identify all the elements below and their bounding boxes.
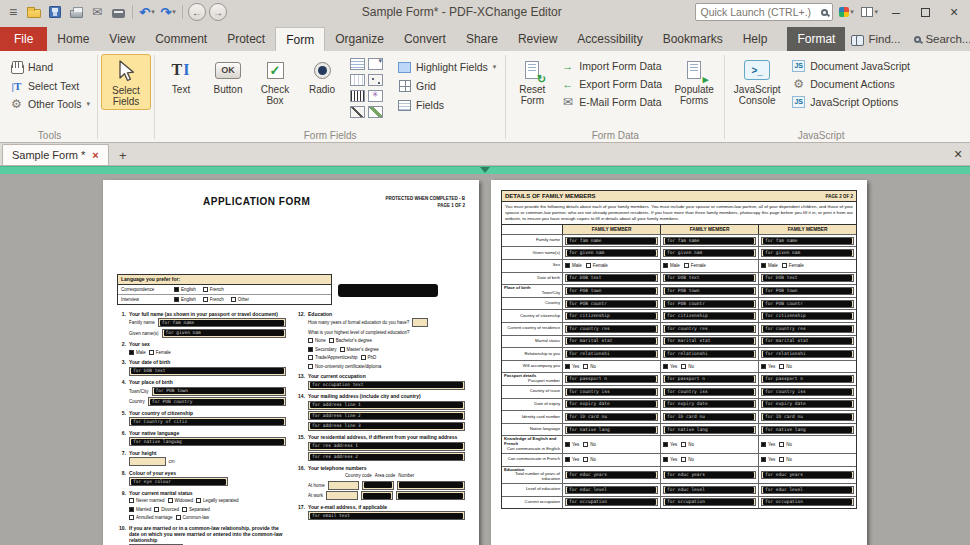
form-field[interactable]: for DOB text — [761, 274, 854, 282]
select-text-button[interactable]: |TSelect Text — [5, 78, 94, 94]
checkbox-option[interactable]: Yes — [663, 442, 677, 447]
import-form-data-button[interactable]: →Import Form Data — [556, 58, 666, 74]
fields-button[interactable]: Fields — [393, 97, 500, 113]
checkbox[interactable] — [182, 507, 187, 512]
form-field-cell[interactable]: YesNo — [660, 361, 758, 373]
print-button[interactable] — [66, 2, 86, 22]
form-field[interactable]: for occupation — [761, 498, 854, 506]
checkbox[interactable] — [782, 263, 787, 268]
nav-forward-button[interactable]: → — [209, 3, 227, 21]
form-field-cell[interactable]: for expiry date — [758, 399, 856, 411]
form-field[interactable]: for given nam — [761, 249, 854, 257]
chevron-down-icon[interactable]: ▾ — [172, 8, 176, 16]
checkbox[interactable] — [565, 364, 570, 369]
form-field-cell[interactable]: for educ level — [758, 484, 856, 496]
form-field-cell[interactable]: YesNo — [562, 436, 660, 452]
checkbox-option[interactable]: Bachelor's degree — [329, 338, 372, 343]
tab-help[interactable]: Help — [733, 27, 778, 51]
tab-convert[interactable]: Convert — [394, 27, 456, 51]
form-field[interactable]: for given nam — [565, 249, 658, 257]
document-actions-button[interactable]: ⚙Document Actions — [787, 76, 914, 92]
form-field-cell[interactable]: for relationshi — [562, 348, 660, 360]
form-field-cell[interactable]: YesNo — [562, 454, 660, 466]
form-field-cell[interactable]: for occupation — [758, 497, 856, 509]
form-field[interactable]: for occupation text — [308, 381, 465, 390]
checkbox-field-button[interactable]: ✓Check Box — [252, 54, 298, 108]
checkbox-option[interactable]: Non-university certificate/diploma — [308, 364, 381, 369]
form-field[interactable]: for educ level — [565, 486, 658, 494]
form-field[interactable]: for POB countr — [761, 300, 854, 308]
form-field[interactable]: for address line 1 — [308, 401, 465, 410]
form-field[interactable]: for occupation — [565, 498, 658, 506]
form-field-cell[interactable]: MaleFemale — [562, 260, 660, 272]
form-field-cell[interactable]: for DOB text — [562, 273, 660, 285]
button-field-button[interactable]: OKButton — [205, 54, 251, 97]
nav-back-button[interactable]: ← — [188, 3, 206, 21]
checkbox[interactable] — [174, 287, 179, 292]
email-button[interactable]: ✉ — [87, 2, 107, 22]
checkbox-option[interactable]: French — [203, 287, 224, 292]
form-field[interactable]: for ID card nu — [761, 413, 854, 421]
form-field-cell[interactable]: for expiry date — [562, 399, 660, 411]
minimize-button[interactable]: – — [883, 2, 909, 22]
checkbox[interactable] — [761, 457, 766, 462]
checkbox[interactable] — [684, 263, 689, 268]
checkbox-option[interactable]: English — [174, 297, 196, 302]
checkbox-option[interactable]: Yes — [565, 442, 579, 447]
form-field-cell[interactable]: for native lang — [660, 424, 758, 436]
tab-accessibility[interactable]: Accessibility — [567, 27, 652, 51]
form-field[interactable]: for res address 2 — [308, 452, 465, 461]
form-field[interactable]: for POB countr — [663, 300, 756, 308]
select-fields-button[interactable]: Select Fields — [101, 54, 151, 110]
document-tab[interactable]: Sample Form * × — [2, 144, 109, 165]
checkbox-option[interactable]: Separated — [182, 507, 210, 512]
tab-format[interactable]: Format — [787, 27, 845, 51]
pdf-page-2[interactable]: DETAILS OF FAMILY MEMBERS PAGE 2 OF 2 Yo… — [491, 180, 867, 545]
form-field-cell[interactable]: for country res — [758, 323, 856, 335]
form-field-cell[interactable]: for country res — [562, 323, 660, 335]
checkbox-option[interactable]: Female — [782, 263, 804, 268]
form-field[interactable]: for POB town — [565, 287, 658, 295]
radio-field-button[interactable]: Radio — [299, 54, 345, 97]
checkbox-option[interactable]: Yes — [761, 457, 775, 462]
form-field-cell[interactable]: for POB countr — [562, 298, 660, 310]
form-field-cell[interactable]: for given nam — [660, 247, 758, 259]
form-field-cell[interactable]: YesNo — [758, 361, 856, 373]
checkbox[interactable] — [779, 457, 784, 462]
checkbox-option[interactable]: Secondary — [308, 347, 337, 352]
form-field[interactable] — [362, 481, 394, 490]
save-button[interactable] — [45, 2, 65, 22]
document-javascript-button[interactable]: JSDocument JavaScript — [787, 58, 914, 74]
date-field-icon[interactable] — [350, 74, 365, 86]
checkbox-option[interactable]: Trade/Apprenticeship — [308, 355, 358, 360]
checkbox[interactable] — [149, 350, 154, 355]
form-field[interactable]: for passport n — [565, 375, 658, 383]
form-field[interactable]: for country iss — [663, 388, 756, 396]
checkbox[interactable] — [761, 263, 766, 268]
form-field-cell[interactable]: for passport n — [660, 373, 758, 385]
tab-view[interactable]: View — [99, 27, 145, 51]
find-button[interactable]: Find... — [845, 31, 906, 47]
checkbox-option[interactable]: PhD — [361, 355, 377, 360]
form-field-cell[interactable]: for passport n — [562, 373, 660, 385]
form-field[interactable] — [361, 491, 393, 500]
form-field[interactable] — [129, 457, 166, 466]
form-field-cell[interactable]: for POB countr — [758, 298, 856, 310]
pdf-page-1[interactable]: APPLICATION FORM PROTECTED WHEN COMPLETE… — [103, 180, 479, 545]
checkbox[interactable] — [329, 338, 334, 343]
scan-button[interactable] — [108, 2, 128, 22]
checkbox-option[interactable]: Yes — [761, 442, 775, 447]
checkbox-option[interactable]: Female — [149, 350, 171, 355]
form-field[interactable]: for POB town — [152, 387, 286, 396]
checkbox-option[interactable]: Male — [129, 350, 146, 355]
checkbox[interactable] — [196, 498, 201, 503]
form-field[interactable]: for citizenship — [663, 312, 756, 320]
form-field-cell[interactable]: for citizenship — [758, 310, 856, 322]
list-box-icon[interactable] — [350, 58, 365, 70]
checkbox[interactable] — [308, 364, 313, 369]
close-tab-icon[interactable]: × — [92, 150, 98, 161]
tab-protect[interactable]: Protect — [217, 27, 275, 51]
checkbox[interactable] — [761, 364, 766, 369]
form-field[interactable]: for DOB text — [565, 274, 658, 282]
form-field[interactable]: for given nam — [663, 249, 756, 257]
